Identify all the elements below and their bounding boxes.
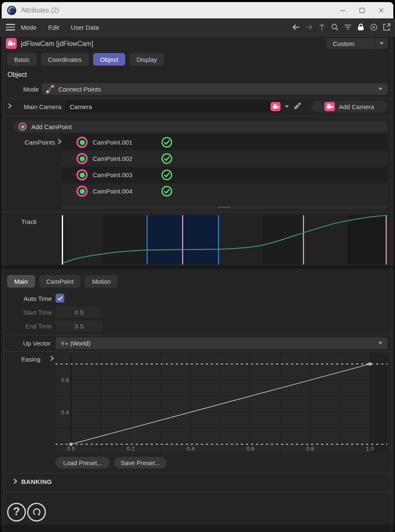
subtab-campoint[interactable]: CamPoint [39,275,81,288]
gutter-line [3,36,4,532]
horizontal-scrollbar[interactable] [61,206,387,209]
question-mark-icon: ? [13,506,20,517]
campoint-icon [76,186,88,197]
end-time-value: 3 S [74,323,84,330]
up-vector-dropdown[interactable]: Y+ (World) [56,337,387,349]
camera-object-icon [6,38,17,49]
campoint-name: CamPoint.004 [93,188,132,195]
preset-dropdown-value: Custom [333,40,354,47]
forward-icon[interactable] [304,22,314,32]
cinema4d-logo-icon [7,5,17,15]
window-bottom-edge [0,525,395,532]
subtab-bar: Main CamPoint Motion [7,275,122,288]
auto-time-label: Auto Time [0,295,52,302]
add-campoint-label: Add CamPoint [31,123,72,130]
menu-mode[interactable]: Mode [21,24,37,31]
add-campoint-button[interactable]: Add CamPoint [14,121,387,132]
up-icon[interactable] [317,22,327,32]
save-preset-label: Save Preset... [121,459,160,466]
maximize-button[interactable] [352,2,372,18]
track-label: Track [21,218,37,225]
campoints-list: CamPoint.001 CamPoint.002 CamPoint.003 [62,134,387,205]
eyedropper-icon[interactable] [292,102,302,113]
record-target-icon[interactable] [369,22,379,32]
refresh-icon [31,507,42,518]
preset-dropdown-arrow-icon[interactable] [375,38,387,49]
enabled-check-icon[interactable] [161,137,172,150]
back-icon[interactable] [291,22,301,32]
titlebar[interactable]: Attributes (2) [2,2,393,18]
up-vector-value: Y+ (World) [61,340,91,347]
lock-icon[interactable] [356,22,366,32]
camera-link-dropdown-arrow-icon[interactable] [285,105,289,108]
help-button[interactable]: ? [7,503,26,522]
separator [4,335,391,335]
subtab-main[interactable]: Main [7,275,35,288]
subtab-motion[interactable]: Motion [85,275,118,288]
campoint-icon [76,137,88,148]
campoint-name: CamPoint.002 [93,155,132,162]
svg-text:0.4: 0.4 [61,409,69,415]
separator [4,116,391,117]
svg-text:0.6: 0.6 [246,445,254,452]
object-name: jdFlowCam [jdFlowCam] [21,40,93,48]
enabled-check-icon[interactable] [161,153,172,166]
save-preset-button[interactable]: Save Preset... [114,457,167,468]
campoint-row[interactable]: CamPoint.001 [62,134,387,150]
end-time-input[interactable]: 3 S [56,321,103,331]
attributes-window: Attributes (2) Mode Edit User Data [0,0,395,532]
start-time-label: Start Time [0,309,52,316]
separator [0,266,395,269]
easing-expand-icon[interactable] [50,355,54,363]
campoint-row[interactable]: CamPoint.004 [62,183,387,199]
gutter-line [391,36,392,532]
load-preset-label: Load Preset... [63,459,102,466]
menu-user-data[interactable]: User Data [71,24,99,31]
menu-edit[interactable]: Edit [48,24,59,31]
banking-expand-icon[interactable] [13,478,18,486]
tab-bar: Basic Coordinates Object Display [7,53,168,66]
separator [4,98,391,98]
menubar: Mode Edit User Data [0,18,395,36]
svg-text:0.8: 0.8 [61,377,69,383]
search-icon[interactable] [330,22,340,32]
reset-button[interactable] [27,503,46,522]
window-title: Attributes (2) [21,7,59,14]
easing-graph[interactable]: 0.00.20.40.60.81.00.80.4 [56,354,387,452]
campoint-row[interactable]: CamPoint.003 [62,167,387,183]
tab-coordinates[interactable]: Coordinates [41,53,89,66]
mode-dropdown-arrow-icon[interactable] [378,88,382,90]
load-preset-button[interactable]: Load Preset... [56,457,110,468]
filter-icon[interactable] [343,22,353,32]
mode-dropdown-value: Connect Points [58,86,101,93]
up-vector-dropdown-arrow-icon[interactable] [378,342,382,344]
main-camera-input[interactable]: Camera [65,101,282,112]
easing-label: Easing [21,356,41,363]
campoint-row[interactable]: CamPoint.002 [62,150,387,167]
mode-dropdown[interactable]: Connect Points [42,83,387,95]
svg-text:1.0: 1.0 [366,445,374,452]
campoints-expand-icon[interactable] [57,138,62,146]
campoint-name: CamPoint.001 [93,139,132,146]
enabled-check-icon[interactable] [161,169,172,182]
svg-text:0.0: 0.0 [67,445,75,452]
window-left-edge [0,36,1,532]
tab-display[interactable]: Display [129,53,164,66]
open-window-icon[interactable] [382,22,392,32]
start-time-input[interactable]: 0 S [56,307,103,318]
hamburger-menu-icon[interactable] [6,24,15,31]
camera-link-icon [271,102,281,111]
tab-basic[interactable]: Basic [7,53,37,66]
separator [4,491,391,492]
preset-dropdown[interactable]: Custom [327,38,387,49]
enabled-check-icon[interactable] [161,186,172,199]
minimize-button[interactable] [333,2,352,18]
tab-object[interactable]: Object [93,53,125,66]
close-button[interactable] [372,2,391,18]
banking-section-header[interactable]: BANKING [21,478,52,485]
add-camera-button[interactable]: Add Camera [311,101,387,112]
track-graph[interactable] [62,215,387,265]
auto-time-checkbox[interactable] [56,294,64,303]
campoints-label: CamPoints [0,139,55,146]
svg-text:0.4: 0.4 [187,445,195,452]
